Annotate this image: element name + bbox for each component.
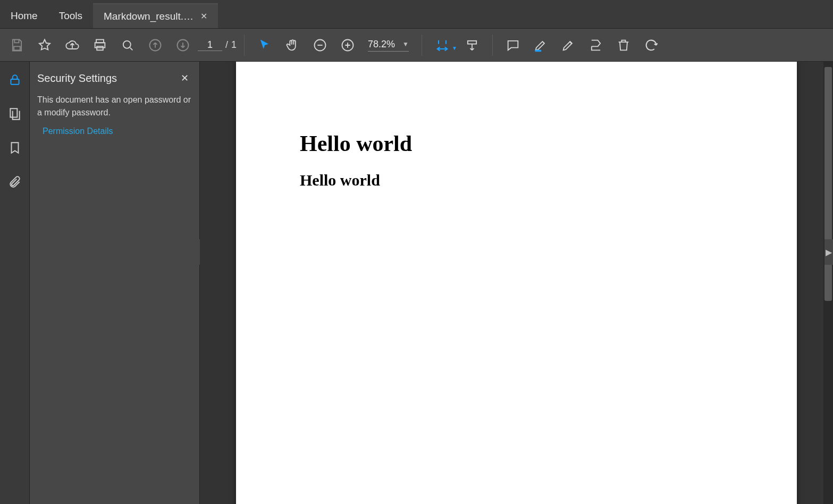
- svg-rect-9: [11, 79, 19, 85]
- permission-details-link[interactable]: Permission Details: [37, 127, 113, 136]
- vertical-scrollbar[interactable]: [823, 62, 833, 504]
- svg-rect-8: [468, 40, 476, 44]
- scrollbar-thumb[interactable]: [824, 67, 832, 301]
- panel-close-icon[interactable]: ✕: [178, 70, 192, 86]
- zoom-in-icon[interactable]: [335, 32, 360, 58]
- fit-dropdown-caret-icon[interactable]: ▼: [452, 45, 457, 51]
- hand-tool-icon[interactable]: [280, 32, 305, 58]
- tab-document-label: Markdown_result.p...: [104, 11, 194, 22]
- rotate-icon[interactable]: [638, 32, 664, 58]
- zoom-out-icon[interactable]: [307, 32, 333, 58]
- svg-point-3: [123, 40, 131, 48]
- dropdown-caret-icon: ▼: [402, 40, 409, 48]
- doc-heading-2: Hello world: [300, 171, 733, 189]
- right-panel-expand-handle[interactable]: ▶: [824, 239, 833, 265]
- lock-icon[interactable]: [4, 69, 26, 90]
- draw-icon[interactable]: [556, 32, 581, 58]
- zoom-value: 78.2%: [368, 39, 395, 50]
- reflow-icon[interactable]: [459, 32, 485, 58]
- page-current-input[interactable]: [198, 39, 222, 51]
- tab-bar: Home Tools Markdown_result.p... ✕: [0, 3, 833, 29]
- tab-document[interactable]: Markdown_result.p... ✕: [93, 3, 218, 28]
- attachment-icon[interactable]: [4, 171, 26, 192]
- tab-home[interactable]: Home: [0, 3, 48, 28]
- pdf-page: Hello world Hello world: [236, 62, 797, 504]
- toolbar-separator: [422, 35, 422, 56]
- page-separator: /: [225, 39, 228, 51]
- cloud-upload-icon[interactable]: [60, 32, 85, 58]
- svg-rect-2: [97, 46, 103, 50]
- page-up-icon[interactable]: [142, 32, 168, 58]
- page-indicator: / 1: [198, 39, 237, 51]
- comment-icon[interactable]: [500, 32, 526, 58]
- thumbnails-icon[interactable]: [4, 103, 26, 124]
- panel-body-text: This document has an open password or a …: [37, 94, 192, 119]
- trash-icon[interactable]: [611, 32, 636, 58]
- fit-width-icon[interactable]: [430, 32, 455, 58]
- star-icon[interactable]: [32, 32, 57, 58]
- main-area: Security Settings ✕ This document has an…: [0, 62, 833, 504]
- security-panel: Security Settings ✕ This document has an…: [30, 62, 200, 504]
- tab-tools[interactable]: Tools: [48, 3, 93, 28]
- tab-close-icon[interactable]: ✕: [200, 11, 207, 21]
- page-total: 1: [231, 39, 237, 51]
- save-icon[interactable]: [4, 32, 30, 58]
- highlight-icon[interactable]: [528, 32, 553, 58]
- toolbar-separator: [492, 35, 493, 56]
- page-down-icon[interactable]: [170, 32, 196, 58]
- print-icon[interactable]: [87, 32, 113, 58]
- panel-title: Security Settings: [37, 72, 117, 85]
- erase-icon[interactable]: [583, 32, 609, 58]
- svg-rect-10: [10, 108, 17, 117]
- document-viewport[interactable]: Hello world Hello world: [200, 62, 833, 504]
- select-tool-icon[interactable]: [252, 32, 277, 58]
- toolbar: / 1 78.2% ▼ ▼: [0, 29, 833, 62]
- left-rail: [0, 62, 30, 504]
- toolbar-separator: [244, 35, 245, 56]
- doc-heading-1: Hello world: [300, 131, 733, 156]
- zoom-level[interactable]: 78.2% ▼: [368, 39, 409, 52]
- bookmark-icon[interactable]: [4, 137, 26, 158]
- search-icon[interactable]: [115, 32, 140, 58]
